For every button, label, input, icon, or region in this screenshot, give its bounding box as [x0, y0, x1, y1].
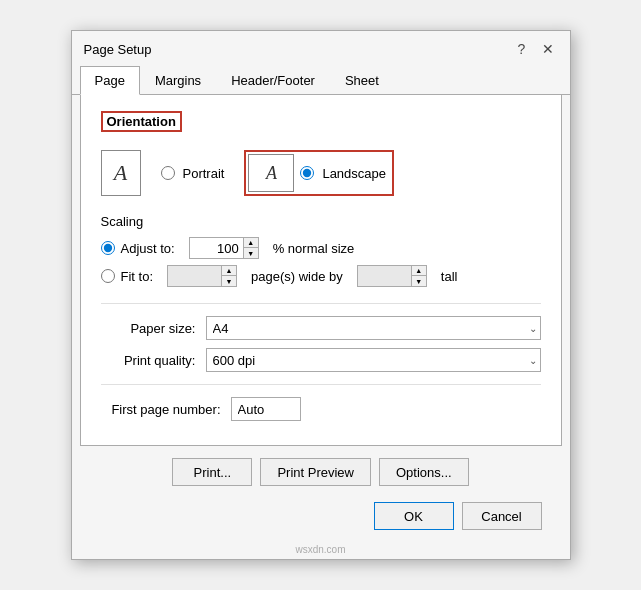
- close-button[interactable]: ✕: [538, 39, 558, 59]
- fit-row: Fit to: ▲ ▼ page(s) wide by ▲ ▼: [101, 265, 541, 287]
- adjust-spinner: ▲ ▼: [189, 237, 259, 259]
- fit-wide-spinner: ▲ ▼: [167, 265, 237, 287]
- portrait-icon: A: [101, 150, 141, 196]
- portrait-option[interactable]: Portrait: [161, 166, 225, 181]
- fit-wide-down-btn[interactable]: ▼: [222, 276, 236, 286]
- paper-size-select[interactable]: A4 Letter Legal: [206, 316, 541, 340]
- fit-wide-btns: ▲ ▼: [222, 265, 237, 287]
- landscape-option[interactable]: Landscape: [300, 166, 386, 181]
- tab-page[interactable]: Page: [80, 66, 140, 95]
- fit-tall-input[interactable]: [357, 265, 412, 287]
- fit-wide-up-btn[interactable]: ▲: [222, 266, 236, 276]
- adjust-value-input[interactable]: [189, 237, 244, 259]
- paper-size-wrapper: A4 Letter Legal ⌄: [206, 316, 541, 340]
- first-page-label: First page number:: [101, 402, 231, 417]
- paper-size-row: Paper size: A4 Letter Legal ⌄: [101, 316, 541, 340]
- fit-tall-down-btn[interactable]: ▼: [412, 276, 426, 286]
- page-content: Orientation A Portrait A Lan: [80, 95, 562, 446]
- adjust-spinner-btns: ▲ ▼: [244, 237, 259, 259]
- print-quality-wrapper: 600 dpi 300 dpi 1200 dpi ⌄: [206, 348, 541, 372]
- ok-button[interactable]: OK: [374, 502, 454, 530]
- adjust-radio[interactable]: [101, 241, 115, 255]
- fit-tall-up-btn[interactable]: ▲: [412, 266, 426, 276]
- help-button[interactable]: ?: [512, 39, 532, 59]
- fit-tall-spinner: ▲ ▼: [357, 265, 427, 287]
- scaling-title: Scaling: [101, 214, 541, 229]
- adjust-down-btn[interactable]: ▼: [244, 248, 258, 258]
- action-buttons-row: Print... Print Preview Options...: [80, 446, 562, 494]
- fit-label-wrap[interactable]: Fit to:: [101, 269, 154, 284]
- first-page-row: First page number:: [101, 397, 541, 421]
- adjust-label: Adjust to:: [121, 241, 175, 256]
- title-bar: Page Setup ? ✕: [72, 31, 570, 65]
- dialog-title: Page Setup: [84, 42, 152, 57]
- options-button[interactable]: Options...: [379, 458, 469, 486]
- tab-bar: Page Margins Header/Footer Sheet: [72, 65, 570, 95]
- tab-margins[interactable]: Margins: [140, 66, 216, 95]
- first-page-input[interactable]: [231, 397, 301, 421]
- divider-1: [101, 303, 541, 304]
- adjust-suffix: % normal size: [273, 241, 355, 256]
- fit-wide-input[interactable]: [167, 265, 222, 287]
- landscape-wrap: A Landscape: [244, 150, 394, 196]
- print-quality-label: Print quality:: [101, 353, 206, 368]
- portrait-label: Portrait: [183, 166, 225, 181]
- cancel-button[interactable]: Cancel: [462, 502, 542, 530]
- title-bar-controls: ? ✕: [512, 39, 558, 59]
- landscape-icon: A: [248, 154, 294, 192]
- divider-2: [101, 384, 541, 385]
- orientation-row: A Portrait A Landscape: [101, 150, 541, 196]
- fit-tall-btns: ▲ ▼: [412, 265, 427, 287]
- watermark: wsxdn.com: [72, 542, 570, 559]
- print-quality-row: Print quality: 600 dpi 300 dpi 1200 dpi …: [101, 348, 541, 372]
- tab-sheet[interactable]: Sheet: [330, 66, 394, 95]
- ok-cancel-row: OK Cancel: [80, 494, 562, 542]
- orientation-section-title: Orientation: [101, 111, 182, 132]
- fit-radio[interactable]: [101, 269, 115, 283]
- fit-tall-suffix: tall: [441, 269, 458, 284]
- paper-size-label: Paper size:: [101, 321, 206, 336]
- print-preview-button[interactable]: Print Preview: [260, 458, 371, 486]
- adjust-row: Adjust to: ▲ ▼ % normal size: [101, 237, 541, 259]
- landscape-radio[interactable]: [300, 166, 314, 180]
- fit-wide-suffix: page(s) wide by: [251, 269, 343, 284]
- scaling-section: Scaling Adjust to: ▲ ▼ % normal size: [101, 214, 541, 287]
- tab-header-footer[interactable]: Header/Footer: [216, 66, 330, 95]
- page-setup-dialog: Page Setup ? ✕ Page Margins Header/Foote…: [71, 30, 571, 560]
- portrait-radio[interactable]: [161, 166, 175, 180]
- print-quality-select[interactable]: 600 dpi 300 dpi 1200 dpi: [206, 348, 541, 372]
- fit-label: Fit to:: [121, 269, 154, 284]
- landscape-label: Landscape: [322, 166, 386, 181]
- print-button[interactable]: Print...: [172, 458, 252, 486]
- adjust-label-wrap[interactable]: Adjust to:: [101, 241, 175, 256]
- adjust-up-btn[interactable]: ▲: [244, 238, 258, 248]
